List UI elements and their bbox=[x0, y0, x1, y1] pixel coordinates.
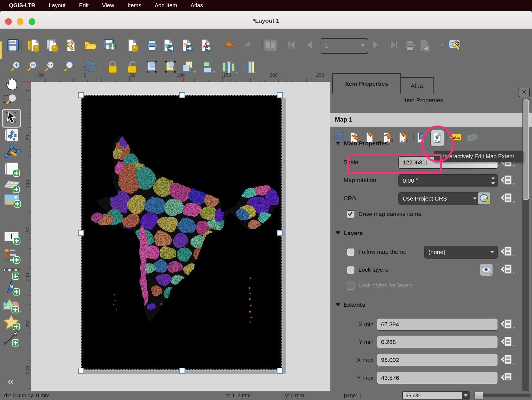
override-xmax-button[interactable] bbox=[502, 355, 515, 365]
ymax-input[interactable]: 43.576 bbox=[377, 372, 498, 384]
export-as-svg-button[interactable]: ✳ bbox=[183, 40, 193, 52]
resize-handle-n[interactable] bbox=[179, 92, 185, 98]
resize-handle-se[interactable] bbox=[277, 368, 283, 374]
override-ymax-button[interactable] bbox=[502, 373, 515, 380]
section-main-properties[interactable]: Main Properties bbox=[344, 140, 388, 147]
override-xmin-button[interactable] bbox=[502, 319, 515, 329]
map-rotation-spinbox[interactable]: 0.00 ° bbox=[398, 174, 498, 187]
override-crs-button[interactable] bbox=[502, 193, 515, 203]
override-lock-layers-button[interactable] bbox=[502, 265, 515, 275]
zoom-level-combo[interactable]: 66.4% bbox=[402, 391, 470, 400]
save-as-template-button[interactable] bbox=[104, 39, 115, 50]
save-project-button[interactable] bbox=[7, 39, 18, 51]
collapse-toolbox-chevron[interactable] bbox=[8, 380, 13, 384]
override-rotation-button[interactable] bbox=[502, 175, 515, 185]
atlas-settings-button[interactable] bbox=[449, 40, 460, 50]
add-shape-tool[interactable] bbox=[3, 299, 22, 313]
collapse-arrow-icon[interactable] bbox=[335, 231, 340, 235]
print-layout-button[interactable] bbox=[147, 40, 157, 50]
move-content-tool[interactable] bbox=[5, 129, 18, 141]
zoom-slider[interactable] bbox=[476, 394, 531, 397]
tab-item-properties[interactable]: Item Properties bbox=[332, 73, 401, 94]
follow-map-theme-checkbox[interactable] bbox=[347, 248, 355, 256]
section-extents[interactable]: Extents bbox=[344, 301, 365, 308]
select-crs-button[interactable] bbox=[478, 192, 491, 204]
panel-scrollbar[interactable] bbox=[522, 99, 529, 391]
zoom-tool[interactable] bbox=[4, 94, 16, 105]
export-atlas-button[interactable] bbox=[421, 40, 430, 52]
map-theme-dropdown[interactable]: (none) bbox=[424, 246, 498, 259]
raise-items-button[interactable] bbox=[183, 62, 196, 73]
add-label-tool[interactable]: T bbox=[4, 232, 20, 244]
atlas-first-feature-button[interactable] bbox=[288, 41, 295, 49]
set-canvas-scale-to-map-button[interactable]: 1:23 bbox=[400, 131, 409, 142]
resize-handle-ne[interactable] bbox=[277, 92, 283, 98]
add-picture-tool[interactable] bbox=[4, 194, 21, 207]
refresh-map-button[interactable] bbox=[334, 132, 344, 142]
atlas-previous-feature-button[interactable] bbox=[307, 41, 312, 49]
xmax-input[interactable]: 98.002 bbox=[377, 354, 498, 366]
override-ymin-button[interactable] bbox=[502, 337, 515, 347]
menu-atlas[interactable]: Atlas bbox=[184, 0, 210, 11]
atlas-preview-button[interactable] bbox=[264, 39, 277, 51]
move-item-content-button[interactable] bbox=[165, 61, 176, 73]
zoom-out-button[interactable] bbox=[27, 62, 36, 72]
unlock-items-button[interactable] bbox=[128, 62, 136, 73]
resize-handle-sw[interactable] bbox=[78, 368, 84, 374]
draw-map-canvas-items-checkbox[interactable] bbox=[347, 210, 355, 218]
atlas-last-feature-button[interactable] bbox=[391, 41, 397, 49]
export-as-image-button[interactable] bbox=[165, 40, 174, 52]
menu-view[interactable]: View bbox=[95, 0, 121, 11]
close-panel-button[interactable]: ✕ bbox=[519, 88, 530, 97]
add-3d-map-tool[interactable] bbox=[4, 181, 20, 193]
collapse-arrow-icon[interactable] bbox=[335, 303, 340, 306]
menu-items[interactable]: Items bbox=[121, 0, 148, 11]
layout-manager-button[interactable] bbox=[67, 40, 74, 51]
export-as-pdf-button[interactable] bbox=[202, 40, 212, 52]
zoom-in-button[interactable] bbox=[10, 62, 20, 72]
add-legend-tool[interactable] bbox=[5, 249, 20, 263]
redo-button[interactable] bbox=[244, 41, 252, 49]
add-arrow-tool[interactable] bbox=[4, 332, 19, 346]
menu-edit[interactable]: Edit bbox=[72, 0, 95, 11]
add-map-tool[interactable] bbox=[5, 162, 20, 176]
map-item[interactable] bbox=[81, 95, 282, 370]
layout-canvas[interactable] bbox=[31, 82, 330, 391]
menu-appname[interactable]: QGIS-LTR bbox=[0, 0, 42, 11]
tab-atlas[interactable]: Atlas bbox=[400, 77, 434, 94]
pan-tool[interactable] bbox=[6, 78, 17, 90]
resize-handle-nw[interactable] bbox=[78, 92, 84, 98]
zoom-full-button[interactable] bbox=[63, 61, 73, 72]
atlas-next-feature-button[interactable] bbox=[373, 41, 378, 49]
scrollbar-thumb[interactable] bbox=[523, 99, 529, 200]
xmin-input[interactable]: 67.394 bbox=[377, 318, 498, 331]
clipping-settings-button[interactable] bbox=[467, 133, 478, 141]
open-template-folder-button[interactable] bbox=[85, 42, 97, 50]
add-items-from-template-button[interactable] bbox=[129, 40, 138, 52]
new-layout-button[interactable] bbox=[28, 40, 39, 52]
resize-handle-w[interactable] bbox=[78, 230, 84, 236]
spinner-arrows-icon[interactable] bbox=[491, 176, 495, 185]
edit-nodes-tool[interactable] bbox=[4, 145, 20, 158]
menu-layout[interactable]: Layout bbox=[42, 0, 72, 11]
atlas-feature-combo[interactable]: 1 bbox=[321, 38, 368, 54]
print-atlas-button[interactable] bbox=[405, 40, 415, 50]
align-items-button[interactable] bbox=[203, 62, 216, 73]
add-marker-tool[interactable] bbox=[4, 315, 20, 330]
add-north-arrow-tool[interactable]: N bbox=[7, 281, 20, 295]
chevron-down-icon[interactable] bbox=[462, 392, 469, 399]
distribute-items-button[interactable] bbox=[223, 62, 238, 74]
section-layers[interactable]: Layers bbox=[344, 230, 363, 236]
collapse-arrow-icon[interactable] bbox=[335, 142, 340, 145]
lock-items-button[interactable] bbox=[108, 61, 117, 73]
undo-button[interactable] bbox=[225, 41, 233, 49]
zoom-actual-button[interactable]: 1:1 bbox=[44, 62, 54, 72]
export-atlas-dropdown[interactable] bbox=[440, 44, 444, 46]
select-items-button[interactable] bbox=[147, 61, 157, 73]
refresh-view-button[interactable] bbox=[85, 62, 94, 71]
resize-handle-s[interactable] bbox=[179, 368, 185, 374]
resize-items-button[interactable] bbox=[242, 62, 257, 74]
resize-handle-e[interactable] bbox=[277, 230, 283, 236]
duplicate-layout-button[interactable] bbox=[47, 40, 58, 52]
menu-add-item[interactable]: Add Item bbox=[148, 0, 184, 11]
